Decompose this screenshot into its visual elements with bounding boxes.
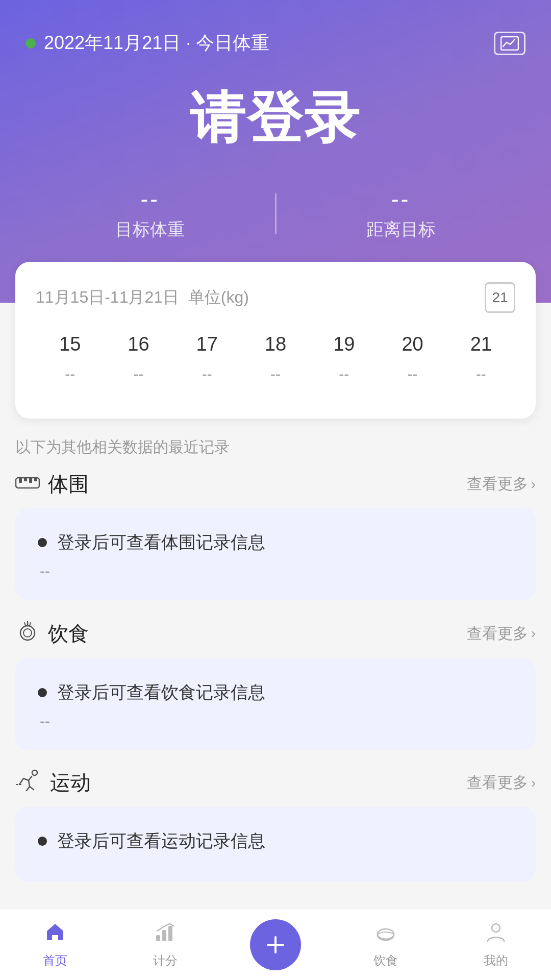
diet-icon — [374, 921, 397, 948]
svg-line-10 — [30, 623, 31, 626]
status-text: 2022年11月21日 · 今日体重 — [44, 31, 269, 56]
weight-card: 11月15日-11月21日 单位(kg) 21 15 -- 16 -- 17 -… — [15, 262, 536, 419]
svg-point-20 — [492, 924, 500, 932]
yundong-category-row: 运动 查看更多 › — [15, 769, 536, 797]
nav-score-label: 计分 — [153, 952, 178, 969]
yinshi-info-text: 登录后可查看饮食记录信息 — [57, 681, 265, 704]
stats-row: -- 目标体重 -- 距离目标 — [26, 186, 525, 241]
yinshi-bullet — [38, 688, 47, 697]
tiwei-dash: -- — [40, 562, 513, 580]
yundong-info-item: 登录后可查看运动记录信息 — [38, 829, 513, 853]
svg-rect-15 — [168, 926, 172, 941]
tiwei-name: 体围 — [48, 470, 89, 498]
add-button[interactable] — [250, 919, 301, 970]
nav-diet-label: 饮食 — [373, 952, 398, 969]
yundong-view-more[interactable]: 查看更多 › — [467, 772, 536, 793]
weight-card-date-range: 11月15日-11月21日 单位(kg) — [36, 286, 249, 309]
svg-point-6 — [20, 626, 35, 640]
svg-rect-3 — [24, 478, 27, 481]
online-dot — [26, 38, 36, 48]
tiwei-category-left: 体围 — [15, 470, 89, 498]
yundong-bullet — [38, 837, 47, 846]
distance-target-value: -- — [277, 186, 526, 212]
tiwei-chevron: › — [531, 476, 536, 493]
yinshi-category-left: 饮食 — [15, 619, 89, 648]
days-row: 15 -- 16 -- 17 -- 18 -- 19 -- 20 -- — [36, 333, 515, 383]
yundong-category-left: 运动 — [15, 769, 91, 797]
yinshi-dash: -- — [40, 713, 513, 730]
status-bar: 2022年11月21日 · 今日体重 — [26, 31, 525, 56]
svg-point-7 — [23, 629, 32, 637]
tiwei-info-text: 登录后可查看体围记录信息 — [57, 531, 265, 554]
yundong-icon — [15, 769, 42, 797]
yinshi-name: 饮食 — [48, 620, 89, 648]
nav-score[interactable]: 计分 — [110, 921, 220, 969]
weight-card-header: 11月15日-11月21日 单位(kg) 21 — [36, 282, 515, 313]
svg-rect-14 — [162, 930, 166, 941]
day-18: 18 -- — [241, 333, 310, 383]
nav-home[interactable]: 首页 — [0, 921, 110, 969]
svg-line-9 — [24, 623, 26, 626]
svg-point-19 — [378, 929, 394, 939]
svg-rect-2 — [19, 478, 22, 483]
yinshi-info-card: 登录后可查看饮食记录信息 -- — [15, 658, 536, 750]
hero-title[interactable]: 请登录 — [26, 81, 525, 156]
day-16: 16 -- — [104, 333, 172, 383]
stat-distance-target: -- 距离目标 — [277, 186, 526, 241]
tiwei-info-card: 登录后可查看体围记录信息 -- — [15, 508, 536, 600]
bottom-nav: 首页 计分 饮食 — [0, 909, 551, 980]
target-weight-value: -- — [26, 186, 275, 212]
day-15: 15 -- — [36, 333, 104, 383]
nav-home-label: 首页 — [43, 952, 67, 969]
tiwei-icon — [15, 472, 40, 497]
tiwei-view-more[interactable]: 查看更多 › — [467, 474, 536, 495]
stat-target-weight: -- 目标体重 — [26, 186, 275, 241]
mine-icon — [485, 921, 507, 948]
score-icon — [154, 921, 177, 948]
day-17: 17 -- — [173, 333, 241, 383]
calendar-icon[interactable]: 21 — [485, 282, 515, 313]
tiwei-info-item: 登录后可查看体围记录信息 — [38, 531, 513, 554]
yinshi-category-row: 饮食 查看更多 › — [15, 619, 536, 648]
hero-section: 2022年11月21日 · 今日体重 请登录 -- 目标体重 -- 距离目标 — [0, 0, 551, 303]
yundong-info-card: 登录后可查看运动记录信息 — [15, 807, 536, 881]
yundong-chevron: › — [531, 775, 536, 791]
tiwei-bullet — [38, 538, 47, 547]
yinshi-chevron: › — [531, 625, 536, 642]
yinshi-info-item: 登录后可查看饮食记录信息 — [38, 681, 513, 704]
status-left: 2022年11月21日 · 今日体重 — [26, 31, 269, 56]
svg-rect-4 — [29, 478, 32, 483]
yundong-name: 运动 — [50, 769, 91, 797]
yinshi-view-more[interactable]: 查看更多 › — [467, 623, 536, 644]
svg-rect-5 — [34, 478, 37, 481]
section-label: 以下为其他相关数据的最近记录 — [15, 437, 536, 458]
nav-add[interactable] — [220, 919, 331, 970]
target-weight-label: 目标体重 — [26, 218, 275, 241]
day-21: 21 -- — [447, 333, 515, 383]
distance-target-label: 距离目标 — [277, 218, 526, 241]
nav-mine-label: 我的 — [484, 952, 508, 969]
yinshi-icon — [15, 619, 40, 648]
main-content: 11月15日-11月21日 单位(kg) 21 15 -- 16 -- 17 -… — [0, 262, 551, 419]
svg-point-11 — [32, 770, 37, 775]
svg-rect-13 — [156, 935, 160, 941]
day-19: 19 -- — [310, 333, 378, 383]
day-20: 20 -- — [378, 333, 446, 383]
home-icon — [44, 921, 66, 948]
nav-diet[interactable]: 饮食 — [331, 921, 441, 969]
yundong-info-text: 登录后可查看运动记录信息 — [57, 829, 265, 853]
tiwei-category-row: 体围 查看更多 › — [15, 470, 536, 498]
nav-mine[interactable]: 我的 — [441, 921, 551, 969]
chart-icon[interactable] — [494, 32, 525, 55]
